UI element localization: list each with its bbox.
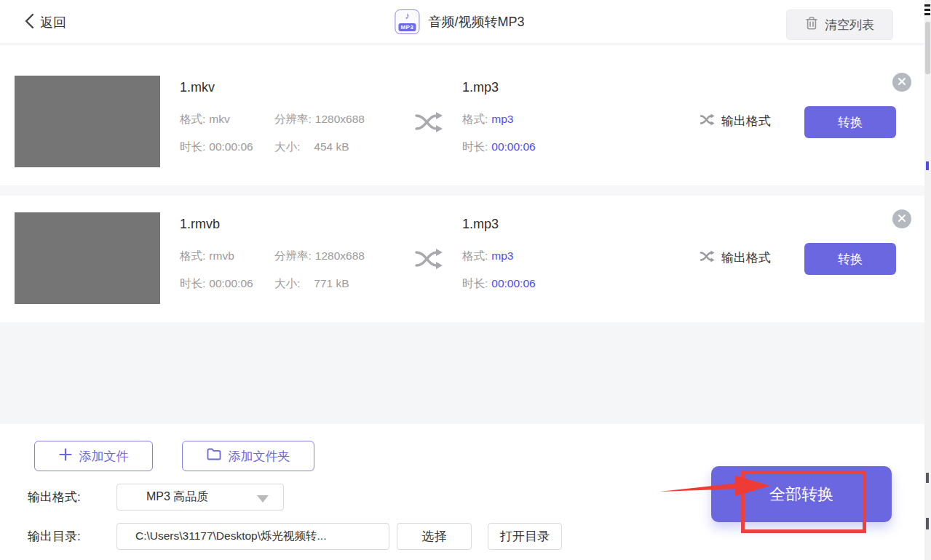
source-duration: 时长:00:00:06 [180,276,253,292]
clear-list-button[interactable]: 清空列表 [786,9,893,40]
page-title-group: ♪ MP3 音频/视频转MP3 [395,9,524,34]
output-format: 格式:mp3 [462,249,513,264]
remove-file-button[interactable] [892,209,911,228]
clear-list-label: 清空列表 [825,17,874,33]
source-format: 格式:rmvb [180,249,234,264]
source-size: 大小:771 kB [274,276,349,292]
file-row: 1.mkv 格式:mkv 分辨率:1280x688 时长:00:00:06 大小… [0,47,924,185]
source-file-name: 1.mkv [180,80,215,95]
scrollbar-thumb[interactable] [925,22,930,74]
music-note-icon: ♪ [395,10,419,21]
video-thumbnail [15,76,160,167]
empty-list-area [0,322,924,424]
output-format-button[interactable]: 输出格式 [700,249,771,266]
chevron-left-icon [24,13,34,32]
text-fragment [926,518,929,529]
back-label: 返回 [40,14,66,31]
source-resolution: 分辨率:1280x688 [274,112,365,127]
output-file-name: 1.mp3 [462,80,499,95]
add-file-button[interactable]: 添加文件 [34,441,153,471]
output-format-button-label: 输出格式 [721,249,771,266]
source-resolution: 分辨率:1280x688 [274,249,365,264]
mp3-badge: MP3 [398,23,416,31]
source-duration: 时长:00:00:06 [180,140,253,155]
file-row: 1.rmvb 格式:rmvb 分辨率:1280x688 时长:00:00:06 … [0,196,924,322]
output-duration: 时长:00:00:06 [462,276,536,292]
hamburger-menu-icon-fragment [924,4,930,17]
output-format-field-label: 输出格式: [28,489,81,505]
mp3-file-icon: ♪ MP3 [395,9,419,34]
output-file-name: 1.mp3 [462,217,499,232]
close-icon [898,212,906,225]
text-fragment [926,473,929,483]
swap-arrows-icon [700,113,716,129]
output-duration: 时长:00:00:06 [462,140,536,155]
output-format-button[interactable]: 输出格式 [700,113,771,129]
row-divider [0,185,924,196]
close-icon [898,76,906,89]
chevron-down-icon [257,495,269,503]
output-dir-input[interactable] [116,523,389,550]
shuffle-arrows-icon [413,246,445,275]
convert-button[interactable]: 转换 [804,243,896,275]
back-button[interactable]: 返回 [24,13,66,32]
trash-icon [805,16,818,33]
video-thumbnail [15,212,160,304]
output-format-button-label: 输出格式 [721,113,771,129]
footer-panel: 添加文件 添加文件夹 输出格式: MP3 高品质 输出目录: 选择 打开目录 全… [0,424,924,560]
add-file-label: 添加文件 [79,448,129,465]
source-size: 大小:454 kB [274,140,349,155]
source-file-name: 1.rmvb [180,217,220,232]
remove-file-button[interactable] [892,73,911,92]
folder-icon [207,448,221,464]
convert-button[interactable]: 转换 [804,106,896,138]
output-dir-field-label: 输出目录: [28,528,81,545]
shuffle-arrows-icon [413,109,445,138]
output-format-dropdown[interactable]: MP3 高品质 [116,484,284,511]
open-dir-button[interactable]: 打开目录 [488,523,562,550]
output-format-selected-value: MP3 高品质 [146,489,208,505]
plus-icon [59,448,72,465]
output-format: 格式:mp3 [462,112,513,127]
header-bar: 返回 ♪ MP3 音频/视频转MP3 清空列表 [0,0,924,45]
add-folder-button[interactable]: 添加文件夹 [182,441,314,471]
source-format: 格式:mkv [180,112,230,127]
add-folder-label: 添加文件夹 [229,448,290,465]
swap-arrows-icon [700,250,716,265]
convert-all-button[interactable]: 全部转换 [711,466,892,522]
choose-dir-button[interactable]: 选择 [397,523,472,550]
right-edge-sliver [924,0,931,560]
page-title: 音频/视频转MP3 [428,13,524,31]
text-fragment [926,161,929,170]
